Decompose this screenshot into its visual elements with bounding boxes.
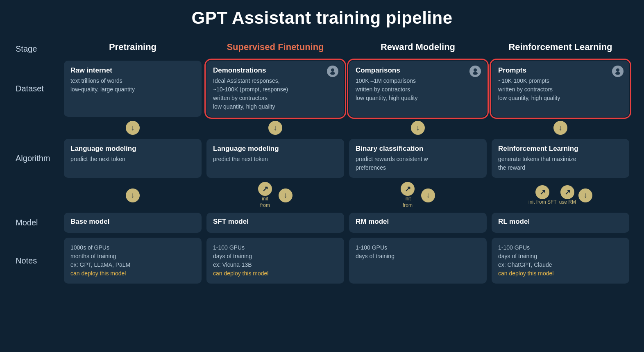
- reward-notes-body: 1-100 GPUsdays of training: [356, 243, 480, 261]
- reward-down-circle: ↓: [411, 121, 425, 135]
- reward-diag-circle: ↗: [401, 182, 415, 196]
- dataset-row-label: Dataset: [12, 58, 61, 119]
- rl-algorithm-card: Reinforcement Learning generate tokens t…: [492, 139, 629, 178]
- sft-model-card: SFT model: [206, 213, 344, 233]
- sft-down-circle2: ↓: [279, 188, 293, 202]
- pretraining-down-circle: ↓: [126, 121, 140, 135]
- rl-dataset-title: Prompts: [498, 66, 623, 75]
- algorithm-row-label: Algorithm: [12, 136, 61, 180]
- rl-algorithm-title: Reinforcement Learning: [498, 145, 623, 153]
- rl-dataset-card: Prompts ~10K-100K promptswritten by cont…: [492, 61, 629, 117]
- pretraining-model-title: Base model: [70, 218, 195, 226]
- rl-model-title: RL model: [498, 218, 623, 226]
- reward-algorithm-title: Binary classification: [356, 145, 480, 153]
- pretraining-header: Pretraining: [61, 39, 204, 58]
- rl-arrow-group: ↗ init from SFT ↗ use RM ↓: [489, 180, 632, 210]
- pretraining-notes-body: 1000s of GPUsmonths of trainingex: GPT, …: [70, 243, 195, 278]
- page-title: GPT Assistant training pipeline: [12, 8, 632, 28]
- sft-diag-circle: ↗: [258, 182, 272, 196]
- spacer-arrow-row-label: [12, 119, 61, 136]
- sft-person-icon: [327, 66, 338, 77]
- sft-header: Supervised Finetuning: [204, 39, 347, 58]
- rl-arrow-down: ↓: [489, 119, 632, 136]
- rl-use-rm-circle: ↗: [560, 185, 574, 199]
- pretraining-notes-card: 1000s of GPUsmonths of trainingex: GPT, …: [64, 238, 202, 284]
- sft-algorithm-title: Language modeling: [213, 145, 338, 153]
- rl-person-icon: [612, 66, 624, 77]
- rl-use-rm-label: use RM: [559, 199, 576, 206]
- reward-model-title: RM model: [356, 218, 480, 226]
- reward-algorithm-card: Binary classification predict rewards co…: [349, 139, 487, 178]
- rl-header: Reinforcement Learning: [489, 39, 632, 58]
- pretraining-algorithm-body: predict the next token: [70, 155, 195, 164]
- sft-notes-body: 1-100 GPUsdays of trainingex: Vicuna-13B…: [213, 243, 338, 278]
- sft-algorithm-card: Language modeling predict the next token: [206, 139, 344, 178]
- reward-dataset-title: Comparisons: [356, 66, 480, 75]
- reward-down-circle2: ↓: [421, 188, 435, 202]
- sft-arrow-down: ↓: [204, 119, 347, 136]
- reward-algorithm-body: predict rewards consistent wpreferences: [356, 155, 480, 172]
- sft-init-label: initfrom: [260, 196, 270, 209]
- reward-person-icon: [469, 66, 481, 77]
- stage-row-label: Stage: [12, 39, 61, 58]
- svg-point-2: [474, 68, 477, 72]
- model-row-label: Model: [12, 210, 61, 235]
- pretraining-dataset-title: Raw internet: [70, 66, 195, 75]
- rl-diag-circle: ↗: [535, 185, 549, 199]
- reward-arrow-down: ↓: [347, 119, 489, 136]
- rl-init-sft-label: init from SFT: [528, 199, 557, 206]
- reward-header: Reward Modeling: [347, 39, 489, 58]
- pretraining-arrow-down: ↓: [61, 119, 204, 136]
- reward-dataset-card: Comparisons 100K –1M comparisonswritten …: [349, 61, 487, 117]
- pretraining-model-card: Base model: [64, 213, 202, 233]
- svg-point-5: [615, 72, 620, 75]
- reward-dataset-body: 100K –1M comparisonswritten by contracto…: [356, 77, 480, 102]
- pretraining-algorithm-card: Language modeling predict the next token: [64, 139, 202, 178]
- svg-point-1: [330, 72, 335, 75]
- rl-down-circle2: ↓: [578, 188, 592, 202]
- reward-init-label: initfrom: [403, 196, 413, 209]
- pretraining-arrow-down2: ↓: [61, 180, 204, 210]
- pretraining-dataset-body: text trillions of wordslow-quality, larg…: [70, 77, 195, 94]
- svg-point-4: [616, 68, 619, 72]
- svg-point-3: [473, 72, 478, 75]
- rl-dataset-body: ~10K-100K promptswritten by contractorsl…: [498, 77, 623, 102]
- svg-point-0: [331, 68, 334, 72]
- sft-algorithm-body: predict the next token: [213, 155, 338, 164]
- sft-down-circle: ↓: [268, 121, 282, 135]
- rl-notes-highlight: can deploy this model: [498, 270, 553, 277]
- rl-down-circle: ↓: [553, 121, 567, 135]
- notes-row-label: Notes: [12, 235, 61, 286]
- sft-arrow-group: ↗ initfrom ↓: [204, 180, 347, 210]
- rl-notes-body: 1-100 GPUsdays of trainingex: ChatGPT, C…: [498, 243, 623, 278]
- rl-notes-card: 1-100 GPUsdays of trainingex: ChatGPT, C…: [492, 238, 629, 284]
- spacer-arrow-row2-label: [12, 180, 61, 210]
- pipeline-grid: Stage Pretraining Supervised Finetuning …: [12, 39, 632, 286]
- rl-algorithm-body: generate tokens that maximizethe reward: [498, 155, 623, 172]
- sft-notes-card: 1-100 GPUsdays of trainingex: Vicuna-13B…: [206, 238, 344, 284]
- sft-model-title: SFT model: [213, 218, 338, 226]
- sft-dataset-card: Demonstrations Ideal Assistant responses…: [206, 61, 344, 117]
- pretraining-down-circle2: ↓: [126, 188, 140, 202]
- pretraining-algorithm-title: Language modeling: [70, 145, 195, 153]
- sft-dataset-body: Ideal Assistant responses,~10-100K (prom…: [213, 77, 338, 111]
- reward-arrow-group: ↗ initfrom ↓: [347, 180, 489, 210]
- pretraining-dataset-card: Raw internet text trillions of wordslow-…: [64, 61, 202, 117]
- rl-model-card: RL model: [492, 213, 629, 233]
- sft-notes-highlight: can deploy this model: [213, 270, 268, 277]
- reward-model-card: RM model: [349, 213, 487, 233]
- reward-notes-card: 1-100 GPUsdays of training: [349, 238, 487, 284]
- pretraining-notes-highlight: can deploy this model: [70, 270, 126, 277]
- sft-dataset-title: Demonstrations: [213, 66, 338, 75]
